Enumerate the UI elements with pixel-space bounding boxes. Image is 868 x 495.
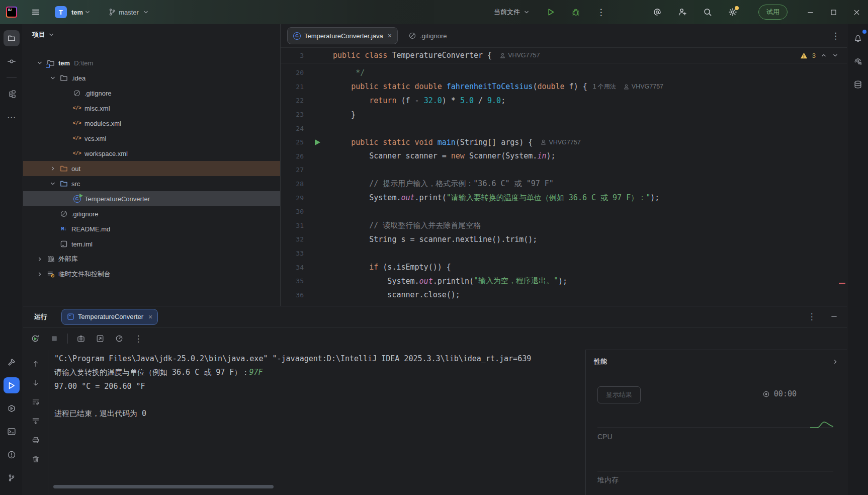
tab-gitignore[interactable]: .gitignore	[403, 28, 452, 44]
code-line-20[interactable]: 20 */	[281, 66, 847, 80]
usages-inlay-hint[interactable]: 1 个用法	[593, 82, 616, 91]
author-annotation[interactable]: VHVG7757	[499, 52, 540, 59]
close-button[interactable]	[849, 5, 864, 20]
tree-item-out[interactable]: out	[23, 161, 280, 176]
main-menu-button[interactable]	[29, 6, 42, 19]
code-text[interactable]: public static void main(String[] args) {…	[325, 138, 581, 147]
console-line[interactable]: 请输入要转换的温度与单位（例如 36.6 C 或 97 F）：97F	[54, 366, 577, 380]
debug-button[interactable]	[569, 6, 582, 19]
print-button[interactable]	[30, 434, 42, 446]
code-text[interactable]: // 提示用户输入，格式示例："36.6 C" 或 "97 F"	[325, 179, 554, 189]
prev-occurrence-button[interactable]	[30, 358, 42, 370]
line-number[interactable]: 26	[281, 152, 310, 160]
tree-item--gitignore[interactable]: .gitignore	[23, 206, 280, 221]
code-line-25[interactable]: 25 public static void main(String[] args…	[281, 135, 847, 149]
code-text[interactable]: public static double fahrenheitToCelsius…	[325, 82, 663, 91]
tree-item-misc-xml[interactable]: </>misc.xml	[23, 101, 280, 116]
console-horizontal-scrollbar[interactable]	[53, 485, 274, 488]
chevron-down-icon[interactable]	[34, 57, 45, 68]
line-number[interactable]: 32	[281, 235, 310, 243]
clear-all-button[interactable]	[30, 453, 42, 465]
tree-item--idea[interactable]: .idea	[23, 70, 280, 86]
project-name[interactable]: tem	[71, 9, 83, 16]
next-occurrence-button[interactable]	[30, 377, 42, 389]
editor-options-button[interactable]: ⋮	[831, 32, 840, 40]
timer-button[interactable]	[113, 333, 125, 345]
tree-item-workspace-xml[interactable]: </>workspace.xml	[23, 146, 280, 161]
ai-chat-button[interactable]	[850, 53, 866, 69]
code-text[interactable]: System.out.println("输入为空，程序退出。");	[325, 276, 567, 286]
line-number[interactable]: 20	[281, 69, 310, 76]
console-line[interactable]: 97.00 °C = 206.60 °F	[54, 379, 577, 393]
more-actions-button[interactable]: ⋮	[594, 6, 607, 19]
warning-icon[interactable]	[800, 52, 808, 59]
line-number[interactable]: 28	[281, 180, 310, 188]
line-number[interactable]: 27	[281, 166, 310, 174]
scroll-to-end-button[interactable]	[30, 415, 42, 427]
code-line-27[interactable]: 27	[281, 163, 847, 177]
code-line-35[interactable]: 35 System.out.println("输入为空，程序退出。");	[281, 274, 847, 288]
chevron-right-icon[interactable]	[34, 254, 45, 265]
soft-wrap-button[interactable]	[30, 396, 42, 408]
line-number[interactable]: 36	[281, 291, 310, 299]
code-with-me-button[interactable]	[676, 6, 689, 19]
settings-button[interactable]	[726, 6, 739, 19]
warning-count[interactable]: 3	[812, 52, 816, 59]
ai-assistant-button[interactable]	[651, 6, 664, 19]
line-number[interactable]: 33	[281, 250, 310, 257]
search-everywhere-button[interactable]	[701, 6, 714, 19]
error-stripe-mark[interactable]	[839, 283, 845, 284]
run-tool-button[interactable]	[4, 377, 20, 393]
line-number[interactable]: 31	[281, 222, 310, 229]
code-line-24[interactable]: 24	[281, 121, 847, 135]
line-number[interactable]: 24	[281, 125, 310, 132]
code-text[interactable]: if (s.isEmpty()) {	[325, 263, 451, 272]
code-line-31[interactable]: 31 // 读取整行输入并去除首尾空格	[281, 219, 847, 233]
run-panel-title[interactable]: 运行	[34, 312, 47, 321]
console-line[interactable]: "C:\Program Files\Java\jdk-25.0.2\bin\ja…	[54, 352, 577, 366]
project-avatar[interactable]: T	[54, 6, 67, 19]
tree-item--[interactable]: 外部库	[23, 252, 280, 267]
line-number[interactable]: 22	[281, 97, 310, 104]
code-text[interactable]: // 读取整行输入并去除首尾空格	[325, 221, 481, 230]
code-editor[interactable]: 20 */21 public static double fahrenheitT…	[281, 63, 847, 306]
tab-close-icon[interactable]: ×	[388, 32, 392, 40]
next-problem-button[interactable]	[832, 52, 839, 59]
chevron-right-icon[interactable]	[47, 163, 58, 174]
run-button[interactable]	[544, 6, 557, 19]
stop-button[interactable]	[48, 333, 60, 345]
code-line-23[interactable]: 23 }	[281, 108, 847, 122]
terminal-tool-button[interactable]	[4, 424, 20, 440]
minimize-button[interactable]	[803, 5, 818, 20]
line-number[interactable]: 34	[281, 264, 310, 271]
tree-item-tem[interactable]: temD:\tem	[23, 55, 280, 70]
tree-item--gitignore[interactable]: .gitignore	[23, 86, 280, 101]
problems-tool-button[interactable]	[4, 447, 20, 463]
performance-expand-icon[interactable]	[832, 358, 839, 365]
project-panel-header[interactable]: 项目	[32, 30, 55, 39]
services-tool-button[interactable]	[4, 400, 20, 417]
code-text[interactable]: }	[325, 110, 356, 119]
console-more-button[interactable]: ⋮	[132, 333, 144, 345]
code-line-29[interactable]: 29 System.out.print("请输入要转换的温度与单位（例如 36.…	[281, 191, 847, 205]
tree-item-vcs-xml[interactable]: </>vcs.xml	[23, 131, 280, 146]
open-in-editor-button[interactable]	[94, 333, 106, 345]
hide-button[interactable]	[828, 311, 840, 323]
code-line-33[interactable]: 33	[281, 246, 847, 261]
run-configuration-select[interactable]: 当前文件	[494, 8, 530, 17]
structure-tool-button[interactable]	[4, 86, 20, 102]
commit-tool-button[interactable]	[4, 53, 20, 69]
code-line-34[interactable]: 34 if (s.isEmpty()) {	[281, 260, 847, 274]
code-text[interactable]: Scanner scanner = new Scanner(System.in)…	[325, 151, 556, 160]
line-number[interactable]: 29	[281, 194, 310, 202]
performance-panel-header[interactable]: 性能	[586, 350, 847, 373]
line-number[interactable]: 30	[281, 208, 310, 215]
code-text[interactable]: String s = scanner.nextLine().trim();	[325, 235, 537, 244]
console-line[interactable]	[54, 393, 577, 407]
version-control-tool-button[interactable]	[4, 470, 20, 486]
chevron-right-icon[interactable]	[34, 269, 45, 280]
line-number[interactable]: 23	[281, 111, 310, 118]
line-number[interactable]: 25	[281, 138, 310, 146]
code-text[interactable]: scanner.close();	[325, 290, 460, 299]
maximize-button[interactable]	[826, 5, 841, 20]
